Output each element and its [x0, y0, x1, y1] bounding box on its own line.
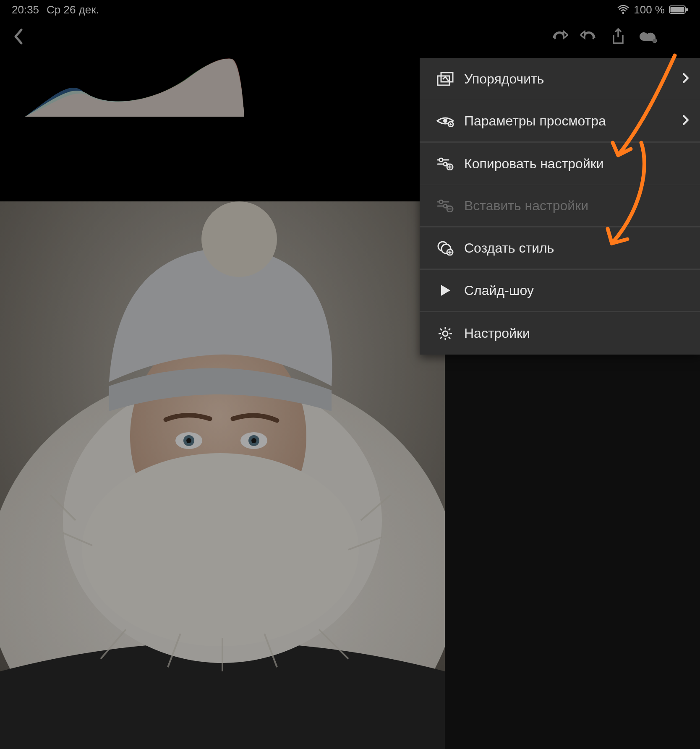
- menu-item-copy-settings[interactable]: Копировать настройки: [420, 143, 700, 185]
- share-button[interactable]: [603, 24, 633, 49]
- svg-point-6: [675, 35, 679, 38]
- svg-rect-3: [686, 8, 688, 11]
- svg-point-28: [444, 204, 447, 208]
- svg-point-4: [653, 39, 657, 43]
- status-date: Ср 26 дек.: [47, 3, 99, 16]
- svg-point-5: [669, 35, 672, 38]
- menu-item-organize[interactable]: Упорядочить: [420, 58, 700, 100]
- svg-point-19: [82, 453, 359, 646]
- svg-point-25: [444, 162, 447, 166]
- menu-item-slideshow[interactable]: Слайд-шоу: [420, 270, 700, 312]
- back-button[interactable]: [8, 26, 29, 47]
- chevron-right-icon: [682, 71, 689, 87]
- status-time: 20:35: [12, 3, 39, 16]
- cloud-sync-button[interactable]: [633, 24, 662, 49]
- menu-item-label: Создать стиль: [464, 240, 554, 256]
- svg-point-22: [443, 119, 447, 123]
- organize-icon: [434, 72, 457, 86]
- svg-point-18: [251, 438, 256, 443]
- preset-add-icon: [434, 240, 457, 256]
- menu-item-paste-settings: Вставить настройки: [420, 185, 700, 227]
- svg-rect-2: [671, 7, 684, 13]
- redo-button[interactable]: [545, 24, 574, 49]
- svg-point-0: [622, 12, 624, 14]
- more-menu: Упорядочить Параметры просмотра Копирова…: [420, 58, 700, 355]
- photo-preview[interactable]: [0, 201, 445, 749]
- svg-point-24: [439, 158, 443, 162]
- menu-item-label: Упорядочить: [464, 71, 544, 87]
- app-toolbar: [0, 19, 700, 54]
- play-icon: [434, 284, 457, 297]
- menu-item-label: Слайд-шоу: [464, 283, 534, 298]
- menu-item-label: Параметры просмотра: [464, 113, 606, 129]
- view-options-icon: [434, 115, 457, 127]
- menu-item-label: Настройки: [464, 326, 530, 341]
- sliders-paste-icon: [434, 199, 457, 212]
- svg-point-12: [201, 201, 277, 277]
- svg-rect-21: [441, 73, 453, 82]
- svg-point-7: [682, 35, 685, 38]
- more-button[interactable]: [662, 24, 692, 49]
- menu-item-label: Вставить настройки: [464, 198, 588, 214]
- chevron-right-icon: [682, 113, 689, 129]
- sliders-copy-icon: [434, 157, 457, 170]
- svg-point-33: [443, 331, 448, 336]
- menu-item-settings[interactable]: Настройки: [420, 312, 700, 355]
- battery-icon: [669, 5, 688, 14]
- svg-point-17: [186, 438, 191, 443]
- wifi-icon: [617, 5, 629, 14]
- menu-item-view-options[interactable]: Параметры просмотра: [420, 100, 700, 143]
- status-bar: 20:35 Ср 26 дек. 100 %: [0, 0, 700, 19]
- menu-item-create-preset[interactable]: Создать стиль: [420, 227, 700, 270]
- gear-icon: [434, 326, 457, 341]
- undo-button[interactable]: [574, 24, 603, 49]
- status-battery-text: 100 %: [634, 3, 665, 16]
- svg-point-27: [439, 200, 443, 204]
- histogram: [21, 55, 248, 117]
- menu-item-label: Копировать настройки: [464, 156, 604, 172]
